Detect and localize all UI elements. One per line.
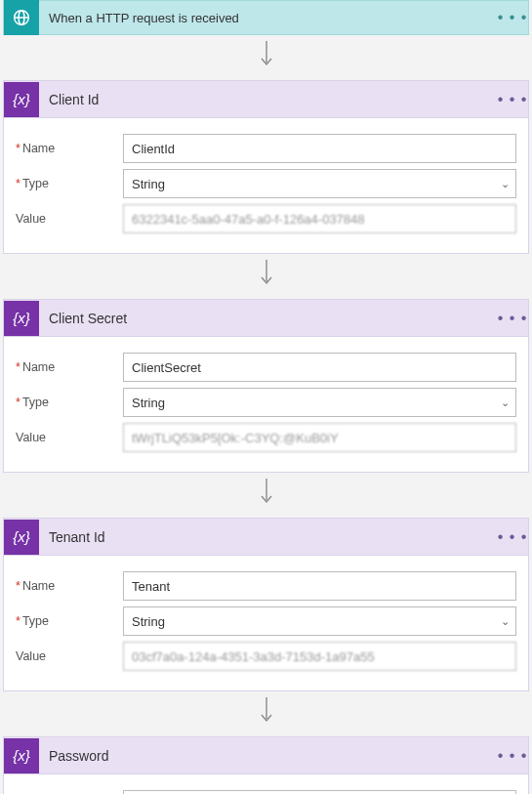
value-label: Value — [16, 212, 123, 226]
action-header[interactable]: {x} Password • • • — [4, 737, 528, 774]
type-label: *Type — [16, 614, 123, 628]
variable-icon: {x} — [4, 82, 39, 117]
value-label: Value — [16, 649, 123, 663]
value-label: Value — [16, 431, 123, 444]
type-label: *Type — [16, 177, 123, 190]
trigger-title: When a HTTP request is received — [39, 11, 497, 25]
type-select[interactable]: String ⌄ — [123, 169, 516, 198]
action-title: Client Secret — [39, 311, 497, 326]
action-header[interactable]: {x} Client Secret • • • — [4, 300, 528, 337]
action-card-client-secret: {x} Client Secret • • • *Name *Type Stri… — [3, 299, 529, 473]
action-title: Tenant Id — [39, 529, 497, 545]
value-input[interactable] — [123, 423, 516, 452]
connector-arrow — [0, 254, 532, 299]
action-title: Password — [39, 748, 497, 764]
name-input[interactable] — [123, 571, 516, 601]
connector-arrow — [0, 691, 532, 736]
name-input[interactable] — [123, 353, 516, 382]
variable-icon: {x} — [4, 301, 39, 336]
chevron-down-icon: ⌄ — [501, 397, 510, 409]
type-label: *Type — [16, 396, 123, 409]
action-menu-button[interactable]: • • • — [497, 310, 528, 327]
action-card-tenant-id: {x} Tenant Id • • • *Name *Type String ⌄… — [3, 518, 529, 691]
name-label: *Name — [16, 579, 123, 593]
connector-arrow — [0, 473, 532, 518]
value-input[interactable] — [123, 642, 516, 671]
http-request-icon — [4, 0, 39, 35]
chevron-down-icon: ⌄ — [501, 178, 510, 190]
action-title: Client Id — [39, 92, 497, 107]
type-select[interactable]: String ⌄ — [123, 606, 516, 636]
value-input[interactable] — [123, 204, 516, 233]
action-card-client-id: {x} Client Id • • • *Name *Type String ⌄… — [3, 80, 529, 254]
action-menu-button[interactable]: • • • — [497, 747, 528, 765]
action-menu-button[interactable]: • • • — [497, 528, 528, 546]
connector-arrow — [0, 35, 532, 80]
type-select[interactable]: String ⌄ — [123, 388, 516, 417]
variable-icon: {x} — [4, 738, 39, 773]
trigger-card[interactable]: When a HTTP request is received • • • — [3, 0, 529, 35]
name-input[interactable] — [123, 134, 516, 163]
name-label: *Name — [16, 142, 123, 155]
chevron-down-icon: ⌄ — [501, 615, 510, 628]
name-input[interactable] — [123, 790, 516, 794]
name-label: *Name — [16, 360, 123, 374]
action-menu-button[interactable]: • • • — [497, 91, 528, 108]
action-header[interactable]: {x} Client Id • • • — [4, 81, 528, 118]
variable-icon: {x} — [4, 520, 39, 555]
action-header[interactable]: {x} Tenant Id • • • — [4, 519, 528, 556]
trigger-menu-button[interactable]: • • • — [497, 9, 528, 26]
action-card-password: {x} Password • • • *Name *Type String ⌄ … — [3, 736, 529, 794]
